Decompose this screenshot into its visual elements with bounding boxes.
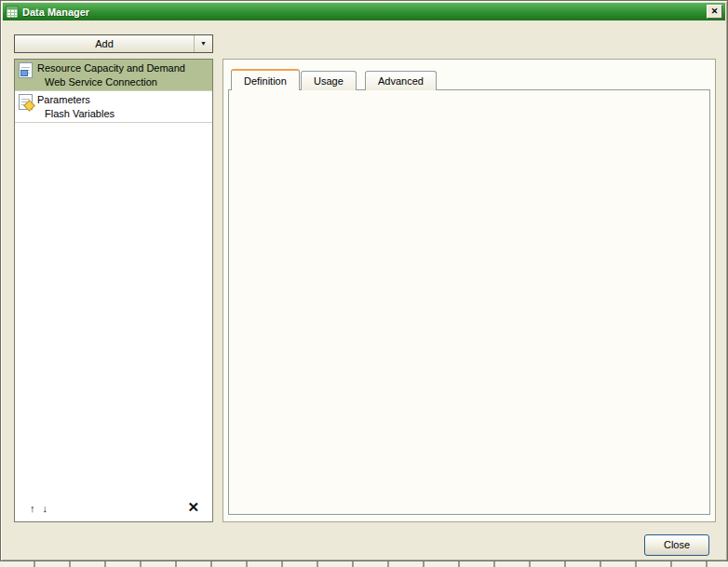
title-bar[interactable]: Data Manager ✕	[3, 3, 725, 20]
chevron-down-icon: ▼	[194, 35, 212, 52]
data-manager-dialog: Data Manager ✕ Add ▼ Resource Capacity a…	[0, 0, 728, 561]
tab-definition[interactable]: Definition	[231, 69, 300, 90]
list-item-web-service-connection[interactable]: Resource Capacity and Demand Web Service…	[15, 60, 212, 91]
move-down-icon[interactable]: ↓	[43, 503, 48, 514]
data-manager-icon	[6, 6, 19, 19]
add-button-label: Add	[15, 38, 194, 49]
parameters-subtitle: Flash Variables	[37, 105, 115, 119]
delete-connection-icon[interactable]: ✕	[187, 499, 199, 516]
close-button[interactable]: Close	[644, 534, 709, 556]
web-service-connection-icon	[19, 62, 33, 78]
tab-advanced[interactable]: Advanced	[365, 71, 437, 90]
move-up-icon[interactable]: ↑	[30, 503, 35, 514]
close-window-icon[interactable]: ✕	[707, 5, 722, 19]
add-button[interactable]: Add ▼	[14, 34, 213, 53]
connection-list: Resource Capacity and Demand Web Service…	[14, 59, 213, 522]
list-item-flash-variables[interactable]: Parameters Flash Variables	[15, 91, 212, 123]
window-title: Data Manager	[22, 7, 703, 18]
connection-title: Resource Capacity and Demand	[37, 61, 185, 74]
definition-tab-page	[228, 89, 710, 515]
tab-usage[interactable]: Usage	[301, 71, 357, 90]
background-app-strip	[0, 561, 728, 567]
flash-variables-icon	[19, 94, 33, 110]
parameters-title: Parameters	[37, 93, 115, 105]
connection-subtitle: Web Service Connection	[37, 74, 185, 88]
